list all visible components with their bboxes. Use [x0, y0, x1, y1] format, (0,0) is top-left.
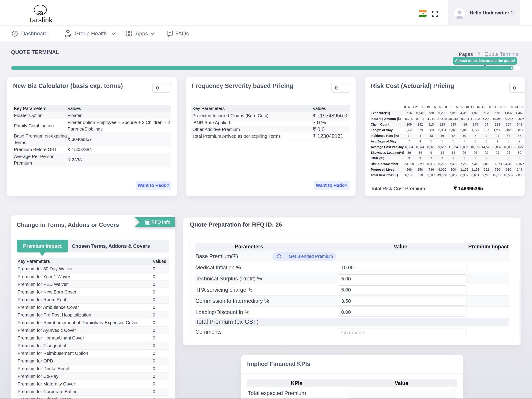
- svg-text:?: ?: [169, 32, 171, 35]
